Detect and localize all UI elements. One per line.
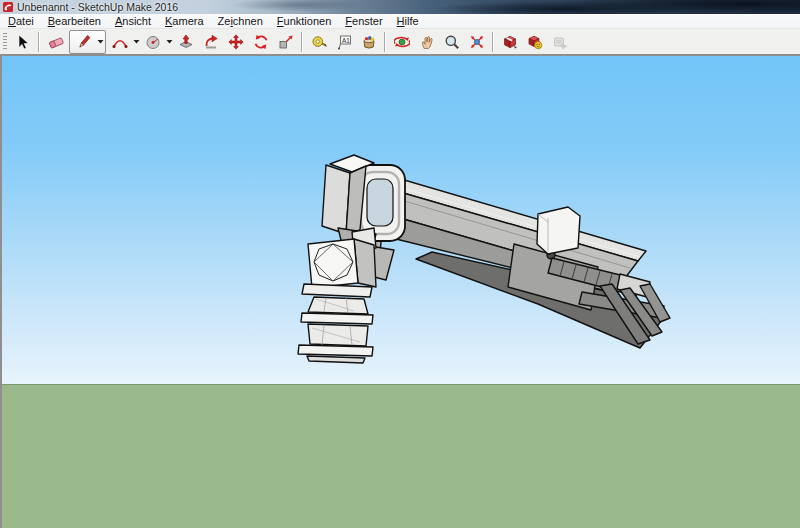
- toolbar-separator: [492, 32, 494, 52]
- follow-me-tool-button[interactable]: [199, 31, 222, 53]
- orbit-icon: [394, 34, 410, 50]
- text-icon: A1: [336, 34, 352, 50]
- menu-bar: Datei Bearbeiten Ansicht Kamera Zeichnen…: [0, 14, 800, 28]
- share-model-icon: [527, 34, 543, 50]
- circle-tool-button[interactable]: [141, 31, 164, 53]
- svg-text:A1: A1: [342, 36, 350, 43]
- chevron-down-icon[interactable]: [96, 31, 104, 53]
- menu-zeichnen[interactable]: Zeichnen: [211, 14, 270, 28]
- menu-fenster[interactable]: Fenster: [338, 14, 389, 28]
- crane-arm-model[interactable]: [2, 56, 800, 528]
- pan-hand-icon: [419, 34, 435, 50]
- share-model-button[interactable]: [523, 31, 546, 53]
- paint-bucket-icon: [361, 34, 377, 50]
- menu-funktionen[interactable]: Funktionen: [270, 14, 338, 28]
- zoom-extents-tool-button[interactable]: [465, 31, 488, 53]
- chevron-down-icon[interactable]: [165, 31, 173, 53]
- eraser-icon: [48, 34, 64, 50]
- zoom-extents-icon: [469, 34, 485, 50]
- circle-icon: [145, 34, 161, 50]
- share-component-button[interactable]: [548, 31, 571, 53]
- window-title: Unbenannt - SketchUp Make 2016: [17, 0, 178, 14]
- tape-measure-tool-button[interactable]: [307, 31, 330, 53]
- move-tool-button[interactable]: [224, 31, 247, 53]
- get-models-icon: [502, 34, 518, 50]
- push-pull-tool-button[interactable]: [174, 31, 197, 53]
- rotate-icon: [253, 34, 269, 50]
- zoom-icon: [444, 34, 460, 50]
- move-icon: [228, 34, 244, 50]
- toolbar-separator: [384, 32, 386, 52]
- toolbar-separator: [38, 32, 40, 52]
- arc-icon: [112, 34, 128, 50]
- active-tool-frame: [69, 30, 106, 54]
- pencil-icon: [76, 34, 92, 50]
- toolbar-grip-handle[interactable]: [3, 33, 7, 51]
- tape-measure-icon: [311, 34, 327, 50]
- title-bar[interactable]: Unbenannt - SketchUp Make 2016: [0, 0, 800, 14]
- get-models-button[interactable]: [498, 31, 521, 53]
- menu-kamera[interactable]: Kamera: [158, 14, 211, 28]
- orbit-tool-button[interactable]: [390, 31, 413, 53]
- model-viewport[interactable]: [0, 56, 800, 528]
- select-arrow-icon: [15, 34, 31, 50]
- menu-bearbeiten[interactable]: Bearbeiten: [41, 14, 108, 28]
- push-pull-icon: [178, 34, 194, 50]
- pan-tool-button[interactable]: [415, 31, 438, 53]
- scale-icon: [278, 34, 294, 50]
- menu-ansicht[interactable]: Ansicht: [108, 14, 158, 28]
- arc-tool-button[interactable]: [108, 31, 131, 53]
- share-component-icon: [552, 34, 568, 50]
- select-tool-button[interactable]: [11, 31, 34, 53]
- follow-me-icon: [203, 34, 219, 50]
- zoom-tool-button[interactable]: [440, 31, 463, 53]
- eraser-tool-button[interactable]: [44, 31, 67, 53]
- paint-bucket-tool-button[interactable]: [357, 31, 380, 53]
- getting-started-toolbar: A1: [0, 28, 800, 56]
- line-tool-button[interactable]: [72, 31, 95, 53]
- text-tool-button[interactable]: A1: [332, 31, 355, 53]
- menu-datei[interactable]: Datei: [1, 14, 41, 28]
- sketchup-logo-icon[interactable]: [3, 2, 13, 12]
- chevron-down-icon[interactable]: [132, 31, 140, 53]
- toolbar-separator: [301, 32, 303, 52]
- rotate-tool-button[interactable]: [249, 31, 272, 53]
- scale-tool-button[interactable]: [274, 31, 297, 53]
- menu-hilfe[interactable]: Hilfe: [390, 14, 426, 28]
